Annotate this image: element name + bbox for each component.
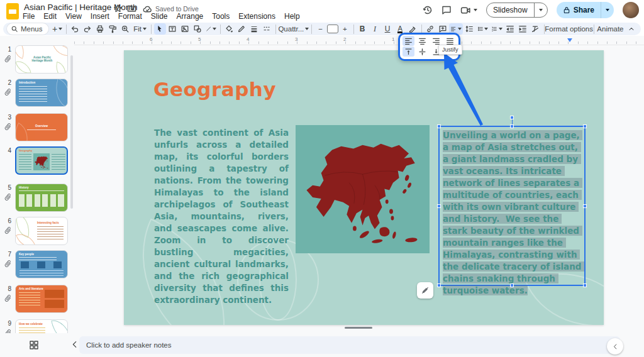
resize-handle-nw[interactable] [437, 124, 441, 128]
increase-indent-button[interactable] [517, 23, 529, 35]
share-label[interactable]: Share [574, 6, 594, 14]
speaker-notes-input[interactable]: Click to add speaker notes [79, 336, 620, 354]
collapse-toolbar-icon[interactable] [625, 23, 637, 35]
slide-thumbnail-8[interactable]: Arts and literature [15, 285, 68, 313]
format-options-button[interactable]: Format options [547, 23, 591, 35]
menu-view[interactable]: View [65, 12, 82, 21]
increase-font-button[interactable]: + [339, 23, 351, 35]
menu-extensions[interactable]: Extensions [238, 12, 275, 21]
zoom-fit-dropdown[interactable]: Fit [131, 23, 148, 35]
zoom-icon[interactable] [119, 23, 131, 35]
paperclip-icon[interactable] [4, 55, 12, 63]
slide-thumbnail-3[interactable]: Overview [15, 113, 68, 141]
menu-edit[interactable]: Edit [43, 12, 57, 21]
border-color-button[interactable] [236, 23, 248, 35]
paperclip-icon[interactable] [4, 329, 12, 333]
grid-view-icon[interactable] [29, 340, 39, 350]
slide-thumbnail-9[interactable]: How we celebrate [15, 319, 68, 333]
slide-thumbnail-6[interactable]: Interesting facts [15, 217, 68, 245]
rotation-handle[interactable] [510, 116, 514, 119]
font-size-input[interactable] [327, 25, 338, 33]
slideshow-caret[interactable] [534, 3, 547, 17]
menu-help[interactable]: Help [284, 12, 300, 21]
align-top-button[interactable] [402, 47, 414, 57]
slide-thumbnail-1[interactable]: Asian Pacific Heritage Month [15, 45, 68, 74]
border-weight-button[interactable] [248, 23, 260, 35]
paperclip-icon[interactable] [4, 193, 12, 201]
menu-insert[interactable]: Insert [91, 12, 109, 21]
paperclip-icon[interactable] [4, 260, 12, 268]
menu-format[interactable]: Format [118, 12, 142, 21]
clear-formatting-button[interactable] [530, 23, 541, 35]
italic-button[interactable]: I [369, 23, 381, 35]
slideshow-button[interactable]: Slideshow [486, 3, 548, 18]
insert-line-button[interactable] [204, 23, 218, 35]
resize-handle-s[interactable] [510, 283, 514, 287]
no-edit-indicator-button[interactable] [417, 282, 433, 299]
resize-handle-n[interactable] [510, 124, 514, 128]
share-caret[interactable] [601, 2, 614, 18]
fill-color-button[interactable] [223, 23, 235, 35]
account-avatar[interactable] [623, 2, 639, 18]
menu-arrange[interactable]: Arrange [177, 12, 204, 21]
menu-file[interactable]: File [23, 12, 35, 21]
align-middle-button[interactable] [416, 47, 428, 57]
align-center-button[interactable] [416, 36, 428, 46]
right-text-content[interactable]: Unveiling a world on a page, a map of As… [443, 129, 582, 297]
slideshow-label[interactable]: Slideshow [487, 6, 534, 14]
resize-handle-sw[interactable] [437, 283, 441, 287]
collapse-panel-button[interactable] [607, 338, 623, 354]
paint-format-icon[interactable] [106, 23, 118, 35]
version-history-icon[interactable] [423, 5, 433, 15]
bold-button[interactable]: B [357, 23, 369, 35]
menu-slide[interactable]: Slide [151, 12, 168, 21]
right-text-box-selected[interactable]: Unveiling a world on a page, a map of As… [438, 126, 586, 286]
slide-title[interactable]: Geography [153, 78, 276, 101]
resize-handle-se[interactable] [583, 283, 587, 287]
select-tool-button[interactable] [154, 23, 166, 35]
filmstrip-scrollbar[interactable] [70, 55, 73, 209]
animate-button[interactable]: Animate [597, 23, 624, 35]
paperclip-icon[interactable] [4, 294, 12, 302]
line-spacing-button[interactable] [464, 23, 475, 35]
numbered-list-button[interactable] [490, 23, 503, 35]
slides-app-icon[interactable] [6, 3, 19, 19]
paperclip-icon[interactable] [4, 123, 12, 131]
collapse-filmstrip-icon[interactable] [70, 340, 79, 349]
share-button[interactable]: Share [557, 2, 614, 18]
notes-resize-handle[interactable] [345, 327, 372, 329]
decrease-indent-button[interactable] [504, 23, 516, 35]
undo-button[interactable] [69, 23, 80, 35]
text-box-button[interactable] [167, 23, 179, 35]
ruler-indent-marker[interactable] [567, 38, 572, 42]
decrease-font-button[interactable]: − [314, 23, 326, 35]
new-slide-button[interactable]: + [52, 23, 64, 35]
resize-handle-e[interactable] [583, 204, 587, 208]
resize-handle-w[interactable] [437, 204, 441, 208]
insert-shape-button[interactable] [192, 23, 204, 35]
menus-label[interactable]: Menus [21, 25, 43, 33]
asia-map-image[interactable] [296, 125, 430, 253]
menu-tools[interactable]: Tools [212, 12, 230, 21]
align-left-button[interactable] [402, 36, 414, 46]
slide-canvas[interactable]: Geography The vast continent of Asia unf… [124, 50, 604, 325]
slide-thumbnail-5[interactable]: History [15, 184, 68, 212]
underline-button[interactable]: U [382, 23, 394, 35]
redo-button[interactable] [81, 23, 93, 35]
meet-caret-icon[interactable] [474, 9, 477, 11]
left-text-box[interactable]: The vast continent of Asia unfurls acros… [154, 127, 289, 306]
paperclip-icon[interactable] [4, 226, 12, 234]
print-icon[interactable] [94, 23, 106, 35]
meet-camera-button[interactable] [460, 5, 477, 16]
paperclip-icon[interactable] [4, 88, 12, 96]
insert-image-button[interactable] [179, 23, 191, 35]
menus-search-button[interactable]: Menus [7, 23, 48, 35]
comments-icon[interactable] [441, 5, 452, 15]
slide-thumbnail-7[interactable]: Key people [15, 250, 68, 278]
resize-handle-ne[interactable] [583, 124, 587, 128]
font-family-dropdown[interactable]: Quattr... [279, 23, 309, 35]
slide-thumbnail-4[interactable]: Geography [15, 146, 68, 175]
border-dash-button[interactable] [261, 23, 273, 35]
slide-thumbnail-2[interactable]: Introduction [15, 79, 68, 107]
bulleted-list-button[interactable] [476, 23, 489, 35]
